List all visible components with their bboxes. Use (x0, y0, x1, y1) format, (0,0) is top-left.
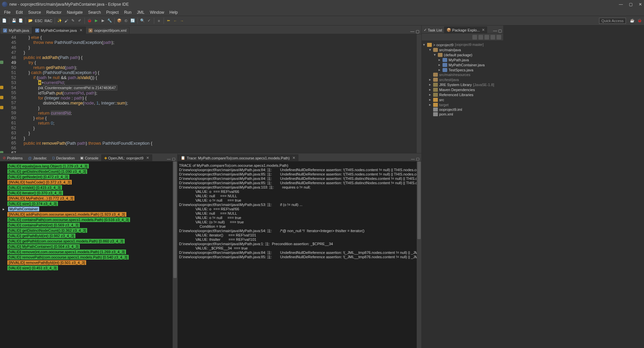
tree-item[interactable]: ▸src/test/java (422, 77, 503, 82)
editor-tab-label: MyPathContainer.java (41, 28, 77, 32)
minimize-view-icon[interactable]: — (411, 157, 415, 161)
save-all-icon[interactable]: 📑 (18, 18, 24, 24)
annotations-icon[interactable]: ≡ (156, 18, 162, 24)
close-icon[interactable]: ✕ (482, 28, 485, 32)
tree-item[interactable]: ▸MyPath.java (422, 57, 503, 62)
close-icon[interactable]: ✕ (79, 28, 82, 32)
tree-item[interactable]: ▸TestSpecs.java (422, 67, 503, 72)
minimize-view-icon[interactable]: — (167, 157, 171, 161)
back-icon[interactable]: ← (172, 18, 178, 24)
new-package-icon[interactable]: 📦 (116, 18, 122, 24)
tab-problems[interactable]: ⊘Problems (0, 155, 25, 161)
tree-item[interactable]: ooproject9.iml (422, 107, 503, 112)
tree-item[interactable]: ▸src (422, 97, 503, 102)
forward-icon[interactable]: → (179, 18, 185, 24)
close-button[interactable]: ✕ (639, 2, 642, 7)
task-icon: ✓ (424, 28, 427, 32)
coverage-icon[interactable]: ▶ (100, 18, 106, 24)
menu-file[interactable]: File (1, 9, 13, 15)
menu-help[interactable]: Help (167, 9, 181, 15)
right-tabbar: ✓Task List 📦Package Explo...✕ — ▢ (422, 25, 503, 33)
tree-item[interactable]: ▸MyPathContainer.java (422, 62, 503, 67)
menu-jml[interactable]: JML (134, 9, 147, 15)
save-icon[interactable]: 💾 (11, 18, 17, 24)
tab-declaration[interactable]: DDeclaration (50, 155, 78, 161)
tree-item[interactable]: ▸Referenced Libraries (422, 92, 503, 97)
link-editor-icon[interactable] (478, 35, 483, 40)
open-type-icon[interactable]: 📂 (27, 18, 34, 24)
scrollbar[interactable] (417, 161, 421, 348)
menu-source[interactable]: Source (25, 9, 44, 15)
wand-icon[interactable]: ✨ (57, 18, 63, 24)
scrollbar[interactable] (173, 161, 177, 348)
tree-item[interactable]: src/main/resources (422, 72, 503, 77)
maximize-button[interactable]: ▢ (629, 2, 633, 7)
menu-project[interactable]: Project (104, 9, 121, 15)
maximize-view-icon[interactable]: ▢ (416, 157, 419, 161)
dropdown-icon[interactable] (496, 35, 501, 40)
refresh-icon[interactable]: 🔄 (130, 18, 136, 24)
tab-javadoc[interactable]: @Javadoc (25, 155, 49, 161)
tree-item[interactable]: ▾(default package) (422, 52, 503, 57)
edit-icon[interactable]: ✎ (70, 18, 76, 24)
menu-search[interactable]: Search (85, 9, 104, 15)
external-tools-icon[interactable]: 🔧 (107, 18, 113, 24)
esc-button[interactable]: ESC (34, 19, 43, 23)
tab-console[interactable]: ▣Console (77, 155, 101, 161)
code-editor[interactable]: 4445464748495051525354555657585960616263… (0, 34, 421, 153)
search-icon[interactable]: 🔍 (139, 18, 145, 24)
close-icon[interactable]: ✕ (146, 156, 149, 160)
menu-window[interactable]: Window (147, 9, 167, 15)
tree-item[interactable]: ▸Maven Dependencies (422, 87, 503, 92)
package-explorer-tree[interactable]: ▾> ooproject9 [ooproject9 master]▾src/ma… (422, 41, 503, 348)
new-class-icon[interactable]: © (123, 18, 129, 24)
window-title: new - ooproject9/src/main/java/MyPathCon… (9, 2, 129, 7)
maximize-view-icon[interactable]: ▢ (172, 157, 175, 161)
tab-package-explorer[interactable]: 📦Package Explo...✕ (444, 26, 487, 33)
perspective-debug-icon[interactable]: 🐞 (637, 18, 643, 24)
editor-tab-pom[interactable]: X ooproject9/pom.xml (85, 27, 129, 34)
minimize-button[interactable]: — (619, 2, 623, 7)
minimize-view-icon[interactable]: — (493, 28, 497, 33)
main-toolbar: 📄 💾 📑 📂 ESC RAC ✨ 🖌 ✎ ✐ 🐞 ▶ ▶ 🔧 📦 © 🔄 🔍 … (0, 16, 644, 25)
view-menu-icon[interactable] (490, 35, 495, 40)
editor-tab-label: ooproject9/pom.xml (94, 28, 126, 32)
close-icon[interactable]: ✕ (292, 156, 295, 160)
back-history-icon[interactable]: ⬅ (166, 18, 172, 24)
maximize-view-icon[interactable]: ▢ (498, 28, 502, 33)
menu-run[interactable]: Run (121, 9, 134, 15)
minimize-view-icon[interactable]: — (410, 29, 414, 34)
maximize-view-icon[interactable]: ▢ (416, 29, 419, 34)
tree-item[interactable]: ▸target (422, 102, 503, 107)
run-icon[interactable]: ▶ (93, 18, 99, 24)
menu-bar: File Edit Source Refactor Navigate Searc… (0, 9, 644, 16)
editor-tab-mypath[interactable]: J MyPath.java (0, 27, 32, 34)
tree-item[interactable]: ▸JRE System Library [JavaSE-1.8] (422, 82, 503, 87)
openjml-results[interactable]: [VALID] equals(java.lang.Object) [1.229 … (0, 161, 177, 348)
brush-icon[interactable]: 🖌 (63, 18, 69, 24)
menu-refactor[interactable]: Refactor (44, 9, 64, 15)
bottom-right-tabbar: 📋 Trace: MyPath.compareTo(com.oocourse.s… (178, 153, 421, 161)
debug-icon[interactable]: 🐞 (86, 18, 93, 24)
tree-item[interactable]: ▾src/main/java (422, 47, 503, 52)
tab-openjml[interactable]: ◆OpenJML: ooproject9✕ (101, 154, 152, 161)
editor-tab-mypathcontainer[interactable]: J MyPathContainer.java ✕ (32, 26, 86, 34)
toggle-mark-icon[interactable]: ✓ (146, 18, 152, 24)
trace-output[interactable]: TRACE of MyPath.compareTo(com.oocourse.s… (178, 161, 421, 348)
pencil-icon[interactable]: ✐ (77, 18, 83, 24)
quick-access-input[interactable]: Quick Access (599, 18, 626, 24)
new-icon[interactable]: 📄 (1, 18, 7, 24)
eclipse-logo-icon (2, 2, 7, 7)
menu-edit[interactable]: Edit (13, 9, 25, 15)
collapse-all-icon[interactable] (472, 35, 477, 40)
tab-trace[interactable]: 📋 Trace: MyPath.compareTo(com.oocourse.s… (178, 154, 298, 161)
overview-ruler[interactable] (417, 34, 421, 153)
java-file-icon: J (35, 28, 39, 32)
xml-file-icon: X (89, 28, 93, 32)
menu-navigate[interactable]: Navigate (64, 9, 85, 15)
tab-task-list[interactable]: ✓Task List (422, 27, 444, 33)
focus-task-icon[interactable] (484, 35, 489, 40)
rac-button[interactable]: RAC (44, 19, 53, 23)
perspective-java-icon[interactable]: ☕ (629, 18, 635, 24)
tree-item[interactable]: pom.xml (422, 112, 503, 117)
